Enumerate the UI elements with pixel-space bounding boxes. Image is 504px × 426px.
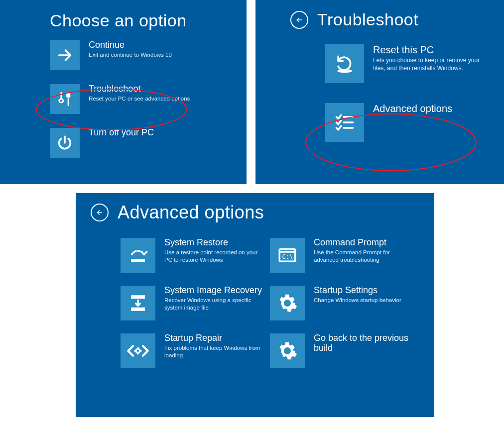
svg-rect-7 [131,259,145,262]
tile-title: Startup Repair [164,333,265,343]
tile-title: Command Prompt [314,238,414,248]
tile-previous-build[interactable]: Go back to the previous build [270,333,414,368]
tile-desc: Recover Windows using a specific system … [164,297,265,312]
restore-icon [121,238,155,273]
tile-startup-repair[interactable]: Startup Repair Fix problems that keep Wi… [121,333,265,368]
tile-title: System Restore [164,238,265,248]
svg-point-14 [285,301,290,306]
svg-point-16 [137,350,139,352]
command-prompt-icon: C:\ [270,238,305,273]
tile-advanced-options[interactable]: Advanced options [325,103,504,142]
image-recovery-icon [121,286,155,320]
tile-title: Troubleshoot [89,84,190,94]
tile-system-restore[interactable]: System Restore Use a restore point recor… [121,238,265,273]
startup-repair-icon [121,333,155,368]
back-button[interactable] [91,204,109,221]
tile-title: Advanced options [373,103,452,114]
tile-title: Turn off your PC [89,128,154,138]
tools-icon [50,84,80,114]
page-title: Advanced options [118,202,264,223]
svg-rect-17 [137,347,138,349]
tile-troubleshoot[interactable]: Troubleshoot Reset your PC or see advanc… [50,84,247,114]
tile-command-prompt[interactable]: C:\ Command Prompt Use the Command Promp… [270,238,414,273]
tile-desc: Reset your PC or see advanced options [89,95,190,103]
tile-desc: Use the Command Prompt for advanced trou… [314,249,414,264]
page-title: Choose an option [50,11,187,30]
tile-desc: Change Windows startup behavior [314,297,401,305]
svg-rect-12 [131,308,145,311]
tile-desc: Lets you choose to keep or remove your f… [373,56,488,72]
gear-icon [270,286,305,320]
svg-text:C:\: C:\ [282,253,293,260]
tile-continue[interactable]: Continue Exit and continue to Windows 10 [50,40,247,70]
arrow-right-icon [50,40,80,70]
tile-title: Reset this PC [373,44,488,55]
back-button[interactable] [290,11,308,29]
checklist-icon [325,103,364,142]
tile-title: System Image Recovery [164,286,265,296]
svg-rect-19 [134,350,136,351]
tile-system-image-recovery[interactable]: System Image Recovery Recover Windows us… [121,286,265,320]
panel-advanced-options: Advanced options System Restore Use a re… [76,193,434,417]
svg-point-21 [285,348,290,354]
tile-turn-off[interactable]: Turn off your PC [50,128,247,158]
tile-title: Go back to the previous build [314,333,414,353]
tile-desc: Fix problems that keep Windows from load… [164,344,265,360]
tile-desc: Use a restore point recorded on your PC … [164,249,265,264]
tile-title: Continue [89,40,172,50]
panel-choose-option: Choose an option Continue Exit and conti… [0,0,247,184]
tile-title: Startup Settings [314,286,401,296]
tile-reset-pc[interactable]: Reset this PC Lets you choose to keep or… [325,44,504,83]
gear-icon [270,333,305,368]
svg-rect-20 [140,350,141,351]
svg-rect-18 [137,353,138,354]
svg-point-2 [337,69,352,73]
reset-icon [325,44,364,83]
panel-troubleshoot: Troubleshoot Reset this PC Lets you choo… [255,0,504,184]
page-title: Troubleshoot [317,10,418,29]
power-icon [50,128,80,158]
tile-desc: Exit and continue to Windows 10 [89,51,172,59]
tile-startup-settings[interactable]: Startup Settings Change Windows startup … [270,286,414,320]
svg-rect-11 [131,295,145,299]
